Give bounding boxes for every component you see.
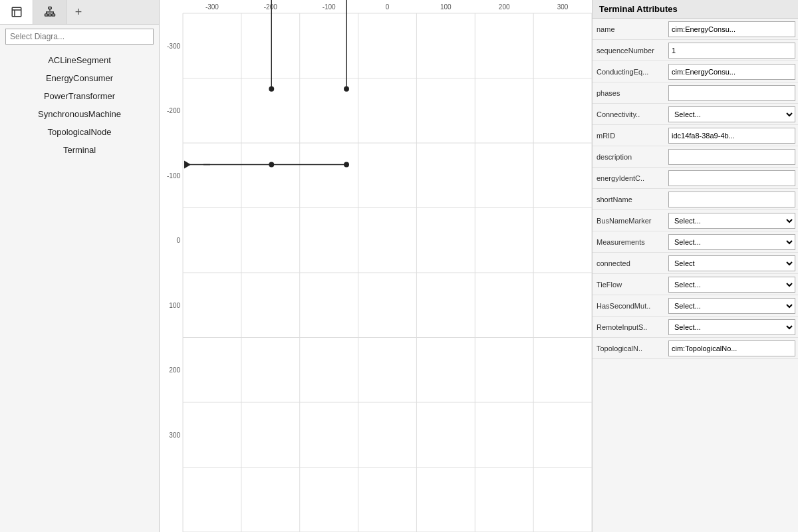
attr-label: Measurements (593, 235, 666, 249)
svg-text:0: 0 (176, 237, 180, 244)
attr-select[interactable]: Select... (668, 234, 795, 250)
attr-select[interactable]: Select... (668, 277, 795, 293)
attr-value[interactable]: Select... (666, 211, 798, 230)
attributes-container: namesequenceNumberConductingEq...phasesC… (593, 19, 798, 359)
attr-row: RemoteInputS..Select... (593, 317, 798, 338)
attr-row: MeasurementsSelect... (593, 231, 798, 253)
attr-value[interactable] (666, 148, 798, 166)
attr-row: mRID (593, 125, 798, 146)
attr-label: mRID (593, 129, 666, 142)
svg-point-40 (269, 86, 274, 92)
attr-select[interactable]: Select... (668, 298, 795, 314)
svg-rect-0 (12, 7, 21, 17)
attr-label: BusNameMarker (593, 214, 666, 227)
sidebar-nav-item[interactable]: TopologicalNode (0, 123, 159, 141)
panel-title: Terminal Attributes (593, 0, 798, 19)
attr-value[interactable]: Select... (666, 275, 798, 294)
attr-value[interactable]: Select... (666, 105, 798, 124)
attr-input[interactable] (668, 128, 795, 144)
attr-row: Connectivity..Select... (593, 104, 798, 125)
attr-input[interactable] (668, 21, 795, 37)
svg-text:-200: -200 (264, 3, 277, 11)
hierarchy-tab[interactable] (33, 0, 66, 24)
attr-value[interactable] (666, 126, 798, 145)
svg-rect-1 (48, 7, 51, 9)
attr-label: shortName (593, 193, 666, 206)
svg-text:200: 200 (499, 3, 510, 11)
attr-select[interactable]: Select (668, 255, 795, 271)
svg-point-45 (269, 162, 274, 168)
attr-value[interactable] (666, 63, 798, 81)
attr-select[interactable]: Select... (668, 106, 795, 122)
add-diagram-button[interactable]: + (66, 0, 90, 24)
diagram-tab[interactable] (0, 0, 33, 24)
sidebar-nav-item[interactable]: EnergyConsumer (0, 69, 159, 87)
attr-row: energyIdentC.. (593, 168, 798, 189)
attr-value[interactable] (666, 20, 798, 39)
svg-rect-4 (52, 14, 55, 16)
attr-row: TieFlowSelect... (593, 274, 798, 295)
nav-list: ACLineSegmentEnergyConsumerPowerTransfor… (0, 49, 159, 162)
select-diagram-input[interactable]: Select Diagra... (5, 29, 154, 45)
attr-row: ConductingEq... (593, 61, 798, 82)
sidebar: + Select Diagra... ACLineSegmentEnergyCo… (0, 0, 160, 532)
svg-rect-2 (45, 14, 48, 16)
canvas-area[interactable]: -300-200-1000100200300-300-200-100010020… (160, 0, 592, 532)
svg-text:-200: -200 (167, 107, 180, 114)
sidebar-nav-item[interactable]: SynchronousMachine (0, 105, 159, 123)
attr-input[interactable] (668, 340, 795, 356)
attr-select[interactable]: Select... (668, 319, 795, 335)
attr-label: sequenceNumber (593, 44, 666, 57)
sidebar-nav-item[interactable]: PowerTransformer (0, 87, 159, 105)
attr-input[interactable] (668, 192, 795, 207)
attr-value[interactable] (666, 190, 798, 209)
svg-text:-100: -100 (167, 172, 180, 180)
attr-select[interactable]: Select... (668, 213, 795, 229)
attr-input[interactable] (668, 85, 795, 101)
attr-label: HasSecondMut.. (593, 299, 666, 313)
attr-value[interactable] (666, 41, 798, 60)
attr-value[interactable] (666, 339, 798, 358)
attr-label: TieFlow (593, 278, 666, 291)
sidebar-nav-item[interactable]: Terminal (0, 141, 159, 159)
svg-text:100: 100 (169, 302, 180, 309)
attr-label: TopologicalN.. (593, 342, 666, 355)
attr-row: TopologicalN.. (593, 338, 798, 359)
attr-label: ConductingEq... (593, 65, 666, 78)
attr-value[interactable]: Select... (666, 318, 798, 336)
svg-point-43 (344, 86, 349, 92)
attr-value[interactable] (666, 169, 798, 188)
attr-row: phases (593, 82, 798, 104)
attr-row: HasSecondMut..Select... (593, 295, 798, 317)
sidebar-tabs: + (0, 0, 159, 25)
attr-label: energyIdentC.. (593, 172, 666, 185)
attr-label: phases (593, 86, 666, 100)
svg-text:200: 200 (169, 366, 180, 374)
attr-input[interactable] (668, 43, 795, 59)
attr-label: Connectivity.. (593, 108, 666, 121)
attr-row: BusNameMarkerSelect... (593, 210, 798, 231)
attr-input[interactable] (668, 170, 795, 186)
attr-value[interactable]: Select (666, 254, 798, 273)
svg-point-46 (344, 162, 349, 168)
attr-row: name (593, 19, 798, 40)
attr-input[interactable] (668, 149, 795, 165)
attr-label: connected (593, 257, 666, 270)
svg-text:-100: -100 (323, 3, 336, 11)
svg-text:100: 100 (440, 3, 452, 11)
attr-row: description (593, 146, 798, 168)
svg-text:0: 0 (386, 3, 390, 11)
attr-value[interactable] (666, 84, 798, 102)
sidebar-nav-item[interactable]: ACLineSegment (0, 51, 159, 69)
attr-row: sequenceNumber (593, 40, 798, 61)
attr-row: connectedSelect (593, 253, 798, 274)
svg-text:-300: -300 (167, 43, 180, 50)
attr-value[interactable]: Select... (666, 297, 798, 315)
attr-input[interactable] (668, 64, 795, 80)
svg-rect-3 (48, 14, 51, 16)
svg-text:-300: -300 (205, 3, 219, 11)
right-panel: Terminal Attributes namesequenceNumberCo… (592, 0, 798, 532)
svg-marker-37 (184, 161, 191, 169)
attr-value[interactable]: Select... (666, 233, 798, 251)
attr-row: shortName (593, 189, 798, 210)
